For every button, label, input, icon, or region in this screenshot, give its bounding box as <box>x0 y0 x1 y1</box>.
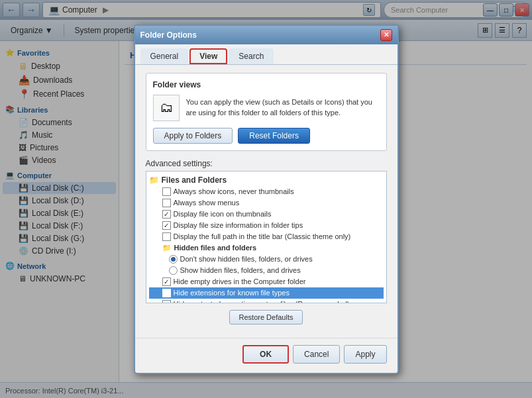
restore-defaults-label: Restore Defaults <box>239 313 293 321</box>
dialog-close-button[interactable]: ✕ <box>380 29 392 41</box>
folder-views-description: You can apply the view (such as Details … <box>186 97 380 118</box>
setting-file-icon-thumbnails[interactable]: Display file icon on thumbnails <box>149 209 384 220</box>
apply-button[interactable]: Apply <box>344 345 386 364</box>
tabs-bar: General View Search <box>135 44 398 65</box>
label-dont-show-hidden: Don't show hidden files, folders, or dri… <box>180 255 313 263</box>
checkbox-hide-protected[interactable] <box>162 300 171 303</box>
checkbox-hide-empty-drives[interactable] <box>162 277 171 286</box>
label-always-icons: Always show icons, never thumbnails <box>174 187 294 195</box>
folder-options-dialog: Folder Options ✕ General View Search <box>134 25 399 374</box>
folder-views-section: Folder views 🗂 You can apply the view (s… <box>146 73 387 151</box>
tab-view-label: View <box>199 52 217 61</box>
setting-full-path[interactable]: Display the full path in the title bar (… <box>149 231 384 242</box>
checkbox-full-path[interactable] <box>162 232 171 241</box>
setting-hide-protected[interactable]: Hide protected operating system files (R… <box>149 299 384 303</box>
folder-views-content: 🗂 You can apply the view (such as Detail… <box>153 95 380 121</box>
tab-general[interactable]: General <box>140 48 189 64</box>
dialog-title: Folder Options <box>140 30 197 40</box>
tab-search-label: Search <box>239 52 264 61</box>
label-hide-protected: Hide protected operating system files (R… <box>174 300 350 303</box>
setting-hide-empty-drives[interactable]: Hide empty drives in the Computer folder <box>149 276 384 287</box>
category-folder-icon: 📁 <box>149 175 159 185</box>
folder-preview-icon: 🗂 <box>153 95 180 121</box>
label-show-hidden: Show hidden files, folders, and drives <box>180 266 301 274</box>
reset-folders-label: Reset Folders <box>249 131 299 140</box>
dialog-buttons: OK Cancel Apply <box>135 338 398 373</box>
setting-hide-extensions[interactable]: Hide extensions for known file types <box>149 287 384 299</box>
tab-general-label: General <box>150 52 179 61</box>
checkbox-always-menus[interactable] <box>162 199 171 207</box>
cancel-button[interactable]: Cancel <box>293 345 340 364</box>
hidden-files-label: Hidden files and folders <box>174 244 257 252</box>
cancel-label: Cancel <box>304 350 329 359</box>
folder-views-title: Folder views <box>153 80 380 89</box>
ok-label: OK <box>260 350 272 359</box>
setting-file-size-tips[interactable]: Display file size information in folder … <box>149 220 384 231</box>
setting-show-hidden[interactable]: Show hidden files, folders, and drives <box>149 265 384 276</box>
reset-folders-button[interactable]: Reset Folders <box>238 128 310 144</box>
dialog-content: Folder views 🗂 You can apply the view (s… <box>135 65 398 338</box>
radio-dont-show-hidden[interactable] <box>169 255 178 264</box>
settings-list[interactable]: 📁 Files and Folders Always show icons, n… <box>146 171 387 303</box>
tab-search[interactable]: Search <box>229 48 274 64</box>
apply-to-folders-button[interactable]: Apply to Folders <box>153 128 233 144</box>
advanced-section: Advanced settings: 📁 Files and Folders A… <box>146 159 387 303</box>
checkbox-hide-extensions[interactable] <box>162 289 171 297</box>
folder-grid-icon: 🗂 <box>160 100 173 115</box>
setting-always-icons[interactable]: Always show icons, never thumbnails <box>149 186 384 197</box>
label-hide-extensions: Hide extensions for known file types <box>174 289 290 297</box>
restore-defaults-button[interactable]: Restore Defaults <box>229 310 303 324</box>
modal-overlay: Folder Options ✕ General View Search <box>0 0 532 398</box>
hidden-files-subcategory: 📁 Hidden files and folders <box>149 242 384 254</box>
tab-view[interactable]: View <box>189 48 227 64</box>
checkbox-file-size-tips[interactable] <box>162 221 171 230</box>
label-always-menus: Always show menus <box>174 199 240 207</box>
advanced-label: Advanced settings: <box>146 159 387 168</box>
setting-dont-show-hidden[interactable]: Don't show hidden files, folders, or dri… <box>149 254 384 265</box>
apply-to-folders-label: Apply to Folders <box>164 131 222 140</box>
folder-views-buttons: Apply to Folders Reset Folders <box>153 128 380 144</box>
label-hide-empty-drives: Hide empty drives in the Computer folder <box>174 277 306 285</box>
files-folders-label: Files and Folders <box>162 175 227 185</box>
ok-button[interactable]: OK <box>242 345 289 364</box>
checkbox-file-icon-thumbnails[interactable] <box>162 210 171 219</box>
files-folders-category: 📁 Files and Folders <box>149 174 384 186</box>
radio-show-hidden[interactable] <box>169 266 178 275</box>
label-full-path: Display the full path in the title bar (… <box>174 232 351 240</box>
explorer-window: ← → 💻 Computer ▶ ↻ Search Computer 🔍 — □… <box>0 0 532 398</box>
label-file-icon-thumbnails: Display file icon on thumbnails <box>174 210 272 218</box>
dialog-titlebar: Folder Options ✕ <box>135 26 398 44</box>
subcategory-folder-icon: 📁 <box>162 244 172 252</box>
label-file-size-tips: Display file size information in folder … <box>174 221 303 229</box>
checkbox-always-icons[interactable] <box>162 187 171 196</box>
setting-always-menus[interactable]: Always show menus <box>149 197 384 209</box>
apply-label: Apply <box>355 350 375 359</box>
